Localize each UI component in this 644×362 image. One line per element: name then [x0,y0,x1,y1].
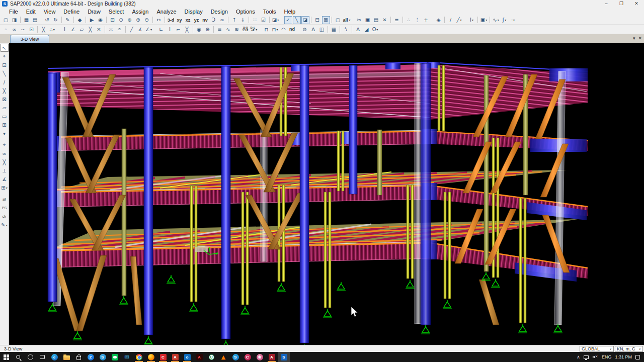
rubber-band-zoom-button[interactable]: ⊡ [109,16,117,24]
run-analysis-button[interactable]: ▶ [88,16,96,24]
skype-for-business[interactable]: S [229,352,242,362]
pan-button[interactable]: ↔ [155,16,163,24]
line-app[interactable] [109,352,121,362]
assign-frame-sections-2-button[interactable]: I [166,25,174,33]
move-down-in-list-button[interactable]: ↓ [239,16,247,24]
clear-selection-button-button[interactable]: clr [1,212,9,220]
more-display-options-button[interactable]: ◪▾ [272,16,280,24]
blue-chat-app[interactable]: Z [85,352,97,362]
define-time-history-button[interactable]: ≋ [233,25,241,33]
draw-secondary-beams-button[interactable]: ∴▾ [48,25,56,33]
undo-button[interactable]: ↺ [43,16,51,24]
menu-define[interactable]: Define [59,8,84,16]
view-nv-button[interactable]: nv [201,16,209,24]
search-button[interactable] [12,352,24,362]
define-load-patterns-button[interactable]: ≡ [216,25,224,33]
divide-frames-button[interactable]: ∕ [447,16,455,24]
select-window-button[interactable]: ⊠ [322,16,330,24]
tab-close-icon[interactable]: ✕ [638,35,642,41]
assign-link-properties-button[interactable]: ∿▾ [492,16,500,24]
pointer-select-button[interactable]: ↖ [1,44,9,52]
menu-tools[interactable]: Tools [259,8,280,16]
restore-previous-zoom-button[interactable]: ⊚ [126,16,134,24]
draw-section-cut-button[interactable]: I [61,25,69,33]
coordinate-system-select[interactable]: GLOBAL ∨ [580,346,614,352]
draw-braces-button[interactable]: ╳ [40,25,48,33]
assign-area-sections-2-button[interactable]: ⌐ [175,25,183,33]
refresh-window-button[interactable]: ✎ [64,16,72,24]
select-area-mode-button[interactable]: ◪ [301,16,309,24]
view-xy-button[interactable]: xy [176,16,184,24]
snap-to-angles-button[interactable]: ∡ [1,175,9,183]
acrobat-reader[interactable]: A [193,352,205,362]
close-button[interactable]: ✕ [629,0,644,8]
assign-joint-patterns-button[interactable]: ◉ [195,25,203,33]
show-undeformed-shape-button[interactable]: ⊚ [301,25,309,33]
extend-frames-button[interactable]: ≍ [107,25,115,33]
object-shrink-toggle-button[interactable]: ∷ [251,16,259,24]
snap-to-grid-button[interactable]: ⊞▾ [1,184,9,192]
u-green-app[interactable]: U [205,352,217,362]
start-design-button[interactable]: ◢ [363,25,371,33]
units-select[interactable]: KN, m, C ∨ [615,346,643,352]
save-model-button[interactable]: ▦ [23,16,31,24]
clock[interactable]: 1:31 PM [615,354,632,359]
draw-poly-area-button[interactable]: ▱ [1,104,9,112]
autocad[interactable]: A [169,352,181,362]
extrude-button[interactable]: ⋮ [414,16,422,24]
draw-reference-point-button[interactable]: ▱ [78,25,86,33]
draw-two-joint-link-button[interactable]: ∽ [19,25,27,33]
draw-frame-button[interactable]: ╲ [1,69,9,77]
move-up-in-list-button[interactable]: ↑ [230,16,238,24]
snap-perpendicular-button[interactable]: ⊥ [1,166,9,174]
move-items-button[interactable]: + [422,16,430,24]
task-view-button[interactable] [36,352,48,362]
frame-hinge-overwrites-button[interactable]: ⊓▾ [271,25,279,33]
edit-solids-button[interactable]: ∠▾ [145,25,153,33]
delete-button[interactable]: ✕ [381,16,389,24]
quick-draw-area-button[interactable]: ⊞ [1,121,9,129]
draw-rect-area-button[interactable]: ▭ [1,112,9,120]
load-combo-10d-15e-button[interactable]: 10 D1.5 E [242,25,250,33]
nd-spectra-button[interactable]: nd [288,25,296,33]
corel-app[interactable]: C [242,352,254,362]
assign-frame-sections-button[interactable]: I▾ [468,16,476,24]
select-intersecting-line-button[interactable]: ⊟ [313,16,321,24]
select-all-button-button[interactable]: all [1,195,9,203]
structural-model-3d[interactable] [9,43,644,345]
cortana-button[interactable] [24,352,36,362]
define-functions-button[interactable]: ∿ [224,25,232,33]
quick-draw-secondary-beams-button[interactable]: ⊠ [1,95,9,103]
menu-design[interactable]: Design [207,8,232,16]
new-model-button[interactable]: ▢ [2,16,10,24]
run-animation-button[interactable]: ◉ [97,16,105,24]
menu-select[interactable]: Select [105,8,128,16]
assign-joint-loads-button[interactable]: ╳ [183,25,191,33]
tab-3d-view[interactable]: 3-D View [10,35,49,43]
edit-areas-button[interactable]: ∡ [136,25,144,33]
draw-special-joint-button[interactable]: ◦ [2,25,10,33]
select-all-button[interactable]: all▾ [343,16,351,24]
view-yz-button[interactable]: yz [193,16,201,24]
menu-edit[interactable]: Edit [22,8,40,16]
menu-options[interactable]: Options [232,8,259,16]
draw-joint-link-button[interactable]: ∞ [11,25,19,33]
lock-model-button[interactable]: ◆ [76,16,84,24]
mirror-objects-button[interactable]: ╱ [128,25,136,33]
show-deformed-shape-button[interactable]: ∆ [309,25,317,33]
view-3d-button[interactable]: 3-d [167,16,175,24]
microsoft-store[interactable] [72,352,85,362]
show-member-force-diagram-button[interactable]: ◫ [318,25,326,33]
menu-file[interactable]: File [5,8,22,16]
file-explorer[interactable] [60,352,72,362]
more-assign-button[interactable]: ·▾ [509,16,517,24]
menu-analyze[interactable]: Analyze [152,8,180,16]
edit-frames-button[interactable]: ╱▾ [455,16,463,24]
print-graphics-button[interactable]: ▤ [31,16,39,24]
copy-button[interactable]: ▣ [364,16,372,24]
open-file-button[interactable]: ◨ [11,16,19,24]
moment-rotation-curve-button[interactable]: ◠ [280,25,288,33]
mail-app[interactable]: ✉ [121,352,133,362]
model-viewport[interactable] [9,43,644,345]
reshape-object-button[interactable]: ⌖ [1,52,9,60]
